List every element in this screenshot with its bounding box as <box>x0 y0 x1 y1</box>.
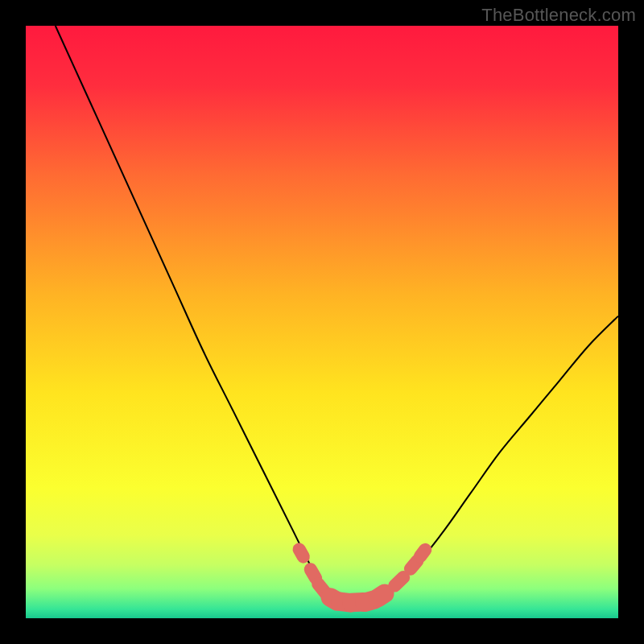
watermark-text: TheBottleneck.com <box>481 5 636 26</box>
gradient-background <box>26 26 618 618</box>
chart-plot-area <box>26 26 618 618</box>
bottleneck-chart <box>26 26 618 618</box>
chart-frame: TheBottleneck.com <box>0 0 644 644</box>
